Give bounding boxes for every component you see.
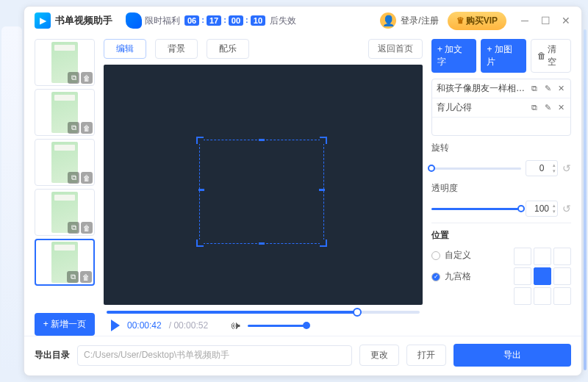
copy-icon[interactable]: ⧉	[529, 84, 539, 94]
time-current: 00:00:42	[127, 320, 162, 331]
resize-handle[interactable]	[196, 137, 204, 144]
tab-music[interactable]: 配乐	[207, 39, 249, 59]
reset-icon[interactable]: ↺	[562, 203, 571, 215]
page-thumb[interactable]: ⧉🗑	[35, 189, 95, 236]
canvas[interactable]	[104, 65, 423, 305]
thumb-copy-icon[interactable]: ⧉	[68, 122, 79, 134]
promo-tag-icon	[126, 12, 142, 29]
selection-box[interactable]	[199, 140, 324, 244]
add-text-button[interactable]: + 加文字	[431, 39, 476, 73]
volume-icon[interactable]: 🕪	[230, 320, 240, 331]
rotate-slider[interactable]	[431, 167, 521, 170]
grid-cell[interactable]	[514, 287, 531, 305]
tab-background[interactable]: 背景	[155, 39, 198, 59]
change-path-button[interactable]: 更改	[359, 345, 399, 366]
list-item[interactable]: 育儿心得 ⧉ ✎ ✕	[432, 98, 570, 118]
list-item[interactable]: 和孩子像朋友一样相处和孩子像 ⧉ ✎ ✕	[432, 79, 570, 98]
thumb-copy-icon[interactable]: ⧉	[68, 72, 79, 84]
grid-cell[interactable]	[514, 267, 531, 285]
resize-handle[interactable]	[259, 242, 265, 245]
resize-handle[interactable]	[320, 137, 327, 144]
tab-edit[interactable]: 编辑	[104, 39, 146, 59]
grid-cell[interactable]	[534, 267, 551, 285]
resize-handle[interactable]	[319, 189, 325, 191]
thumb-copy-icon[interactable]: ⧉	[68, 172, 79, 184]
page-thumb[interactable]: ⧉🗑	[35, 89, 95, 136]
back-home-button[interactable]: 返回首页	[368, 39, 423, 59]
resize-handle[interactable]	[198, 189, 204, 191]
page-thumb[interactable]: ⧉🗑	[35, 139, 95, 186]
page-thumb[interactable]: ⧉🗑	[35, 39, 95, 86]
opacity-slider[interactable]	[431, 208, 521, 210]
export-path-input[interactable]: C:/Users/User/Desktop\书单视频助手	[77, 345, 352, 366]
thumb-copy-icon[interactable]: ⧉	[68, 222, 79, 234]
buy-vip-button[interactable]: ♛购买VIP	[448, 12, 506, 30]
thumb-delete-icon[interactable]: 🗑	[81, 72, 93, 84]
grid-cell[interactable]	[534, 287, 551, 305]
promo-after: 后失效	[270, 15, 296, 27]
grid-cell[interactable]	[553, 287, 571, 305]
page-thumb[interactable]: ⧉🗑	[35, 239, 95, 286]
timeline-slider[interactable]	[107, 311, 420, 314]
crown-icon: ♛	[456, 15, 465, 26]
thumb-delete-icon[interactable]: 🗑	[81, 172, 93, 184]
opacity-label: 透明度	[431, 182, 461, 195]
resize-handle[interactable]	[320, 239, 327, 247]
reset-icon[interactable]: ↺	[562, 162, 571, 174]
page-thumbnails-panel: ⧉🗑 ⧉🗑 ⧉🗑 ⧉🗑 ⧉🗑 + 新增一页	[35, 39, 95, 336]
volume-slider[interactable]	[248, 325, 306, 327]
footer: 导出目录 C:/Users/User/Desktop\书单视频助手 更改 打开 …	[24, 336, 581, 375]
title-bar: ▶ 书单视频助手 限时福利 06: 17: 00: 10 后失效 登录/注册 ♛…	[24, 7, 581, 35]
trash-icon: 🗑	[537, 51, 546, 61]
properties-panel: + 加文字 + 加图片 🗑清空 和孩子像朋友一样相处和孩子像 ⧉ ✎ ✕ 育儿心…	[431, 39, 571, 336]
clear-button[interactable]: 🗑清空	[531, 39, 571, 73]
edit-icon[interactable]: ✎	[542, 84, 553, 94]
delete-icon[interactable]: ✕	[556, 84, 566, 94]
thumb-delete-icon[interactable]: 🗑	[81, 222, 93, 234]
export-button[interactable]: 导出	[453, 344, 571, 367]
app-logo-icon: ▶	[35, 12, 51, 29]
open-folder-button[interactable]: 打开	[406, 345, 446, 366]
minimize-button[interactable]: ─	[515, 11, 534, 30]
edit-icon[interactable]: ✎	[542, 103, 553, 113]
position-section-title: 位置	[431, 229, 571, 242]
add-page-button[interactable]: + 新增一页	[35, 313, 95, 336]
position-grid	[514, 248, 571, 305]
grid-cell[interactable]	[553, 267, 571, 285]
delete-icon[interactable]: ✕	[556, 103, 566, 113]
grid-cell[interactable]	[553, 248, 571, 265]
time-total: / 00:00:52	[169, 320, 208, 331]
avatar-icon[interactable]	[380, 12, 396, 29]
thumb-delete-icon[interactable]: 🗑	[81, 122, 93, 134]
grid-cell[interactable]	[514, 248, 531, 265]
countdown: 06: 17: 00: 10	[184, 15, 265, 26]
maximize-button[interactable]: ☐	[536, 11, 555, 30]
rotate-label: 旋转	[431, 142, 461, 154]
resize-handle[interactable]	[259, 139, 265, 141]
promo-label: 限时福利	[145, 15, 180, 27]
thumb-delete-icon[interactable]: 🗑	[80, 271, 92, 283]
add-image-button[interactable]: + 加图片	[481, 39, 526, 73]
position-custom-radio[interactable]: 自定义	[431, 249, 471, 262]
login-link[interactable]: 登录/注册	[401, 15, 438, 27]
thumb-copy-icon[interactable]: ⧉	[67, 271, 79, 283]
resize-handle[interactable]	[196, 239, 204, 247]
app-title: 书单视频助手	[55, 14, 112, 27]
opacity-input[interactable]: 100	[526, 201, 558, 217]
copy-icon[interactable]: ⧉	[529, 103, 539, 113]
close-button[interactable]: ✕	[556, 11, 576, 30]
export-dir-label: 导出目录	[35, 349, 70, 361]
position-grid-radio[interactable]: 九宫格	[431, 270, 471, 283]
rotate-input[interactable]: 0	[526, 160, 558, 176]
play-button[interactable]	[111, 320, 120, 331]
grid-cell[interactable]	[534, 248, 551, 265]
app-window: ▶ 书单视频助手 限时福利 06: 17: 00: 10 后失效 登录/注册 ♛…	[24, 6, 582, 376]
promo: 限时福利 06: 17: 00: 10 后失效	[126, 12, 296, 29]
text-layer-list: 和孩子像朋友一样相处和孩子像 ⧉ ✎ ✕ 育儿心得 ⧉ ✎ ✕	[431, 79, 571, 136]
